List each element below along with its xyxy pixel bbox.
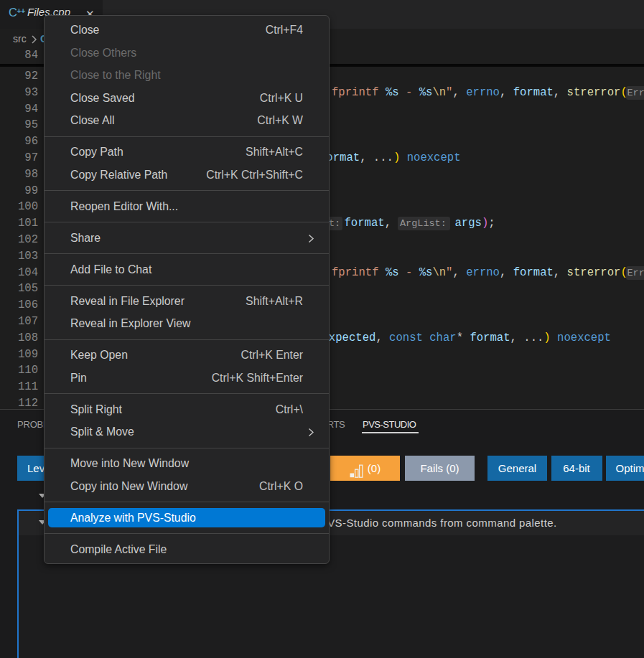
svg-text:C: C	[9, 6, 17, 19]
svg-text:++: ++	[17, 7, 26, 15]
